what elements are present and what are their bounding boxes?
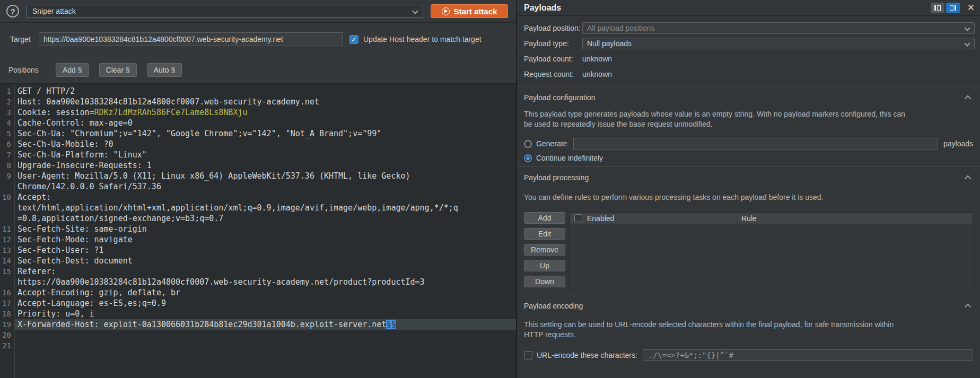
payload-processing-header: Payload processing — [524, 173, 973, 182]
line-number: 4 — [0, 118, 14, 128]
enabled-all-checkbox[interactable] — [574, 214, 582, 222]
payload-marker: §§ — [386, 320, 396, 329]
remove-rule-button[interactable]: Remove — [524, 244, 565, 256]
collapse-chevron-icon[interactable] — [965, 303, 972, 310]
request-line[interactable]: 15Referer: — [0, 266, 516, 277]
request-line[interactable]: 17Accept-Language: es-ES,es;q=0.9 — [0, 298, 516, 309]
processing-body: AddEditRemoveUpDown Enabled Rule — [524, 212, 973, 289]
processing-buttons: AddEditRemoveUpDown — [524, 212, 565, 287]
line-text: Host: 0aa900e10383284c81b12a4800cf0007.w… — [14, 96, 516, 107]
request-line[interactable]: 9User-Agent: Mozilla/5.0 (X11; Linux x86… — [0, 171, 516, 181]
collapse-chevron-icon[interactable] — [965, 95, 972, 102]
split-right-toggle-icon[interactable] — [946, 3, 960, 13]
line-number — [0, 213, 14, 224]
payload-configuration-description: This payload type generates payloads who… — [524, 109, 973, 129]
move-down-button[interactable]: Down — [524, 276, 565, 287]
line-text: Accept-Language: es-ES,es;q=0.9 — [14, 298, 516, 309]
request-line[interactable]: 4Cache-Control: max-age=0 — [0, 118, 516, 128]
auto-marker-button[interactable]: Auto § — [147, 63, 182, 77]
payload-position-row: Payload position: All payload positions — [524, 20, 975, 36]
enabled-column-header: Enabled — [570, 213, 737, 224]
payload-position-label: Payload position: — [524, 24, 582, 32]
move-up-button[interactable]: Up — [524, 260, 565, 271]
line-text: User-Agent: Mozilla/5.0 (X11; Linux x86_… — [14, 171, 516, 181]
line-number: 17 — [0, 298, 14, 309]
request-line[interactable]: 8Upgrade-Insecure-Requests: 1 — [0, 160, 516, 171]
split-left-toggle-icon[interactable] — [931, 3, 944, 13]
payload-type-row: Payload type: Null payloads — [524, 36, 975, 51]
target-url-input[interactable]: https://0aa900e10383284c81b12a4800cf0007… — [39, 32, 343, 46]
request-line[interactable]: 3Cookie: session=RDKz7LdMzRAh586FCe7Lame… — [0, 107, 516, 118]
request-line[interactable]: 1GET / HTTP/2 — [0, 86, 516, 96]
start-attack-button[interactable]: Start attack — [431, 4, 508, 18]
line-number: 7 — [0, 150, 14, 160]
update-host-label: Update Host header to match target — [363, 35, 482, 43]
request-line[interactable]: 12Sec-Fetch-Mode: navigate — [0, 234, 516, 245]
text-segment: X-Forwarded-Host: exploit-0a130066031b28… — [18, 320, 386, 329]
add-marker-button[interactable]: Add § — [56, 63, 89, 77]
target-url-value: https://0aa900e10383284c81b12a4800cf0007… — [43, 35, 283, 43]
payload-encoding-header: Payload encoding — [524, 302, 973, 310]
request-editor[interactable]: 1GET / HTTP/22Host: 0aa900e10383284c81b1… — [0, 84, 516, 378]
edit-rule-button[interactable]: Edit — [524, 228, 565, 240]
help-icon[interactable]: ? — [6, 5, 19, 17]
attack-type-select[interactable]: Sniper attack — [27, 5, 423, 17]
payload-configuration-title: Payload configuration — [524, 93, 596, 102]
request-line[interactable]: https://0aa900e10383284c81b12a4800cf0007… — [0, 277, 516, 287]
collapse-chevron-icon[interactable] — [965, 175, 972, 182]
add-rule-button[interactable]: Add — [524, 212, 565, 224]
line-number: 15 — [0, 266, 14, 277]
payload-type-select[interactable]: Null payloads — [582, 38, 975, 49]
request-line[interactable]: 21 — [0, 340, 516, 351]
continue-indefinitely-radio[interactable] — [524, 154, 532, 162]
request-line[interactable]: Chrome/142.0.0.0 Safari/537.36 — [0, 181, 516, 192]
line-text: =0.8,application/signed-exchange;v=b3;q=… — [14, 213, 516, 224]
line-number: 20 — [0, 330, 14, 340]
url-encode-checkbox[interactable] — [524, 351, 532, 359]
line-text: Sec-Fetch-Mode: navigate — [14, 234, 516, 245]
rules-table-header: Enabled Rule — [570, 213, 973, 224]
line-number: 5 — [0, 128, 14, 139]
line-text — [14, 340, 516, 351]
line-number: 8 — [0, 160, 14, 171]
request-line[interactable]: 2Host: 0aa900e10383284c81b12a4800cf0007.… — [0, 96, 516, 107]
request-line[interactable]: 20 — [0, 330, 516, 340]
url-encode-characters-input[interactable]: ./\=<>?+&*;:"{}|^`# — [643, 349, 973, 361]
positions-toolbar: Positions Add § Clear § Auto § — [0, 56, 516, 84]
request-line[interactable]: 10Accept: — [0, 192, 516, 203]
update-host-checkbox[interactable]: ✓ — [349, 35, 358, 44]
close-icon[interactable]: ✕ — [967, 3, 975, 12]
text-segment: Cache-Control: max-age=0 — [18, 118, 133, 128]
text-segment: Accept: — [18, 192, 51, 202]
request-line[interactable]: 11Sec-Fetch-Site: same-origin — [0, 224, 516, 234]
rules-table-body[interactable] — [570, 224, 973, 289]
payload-position-select[interactable]: All payload positions — [582, 22, 975, 34]
pane-glyph — [950, 5, 953, 11]
chevron-down-icon — [412, 8, 418, 14]
line-text: Sec-Ch-Ua: "Chromium";v="142", "Google C… — [14, 128, 516, 139]
request-line[interactable]: 13Sec-Fetch-User: ?1 — [0, 245, 516, 256]
text-segment: =0.8,application/signed-exchange;v=b3;q=… — [18, 214, 223, 223]
request-line[interactable]: 7Sec-Ch-Ua-Platform: "Linux" — [0, 150, 516, 160]
clear-marker-button[interactable]: Clear § — [99, 63, 137, 77]
request-count-value: unknown — [582, 70, 612, 78]
request-line[interactable]: 18Priority: u=0, i — [0, 309, 516, 319]
generate-radio[interactable] — [524, 140, 532, 148]
generate-count-input[interactable] — [573, 138, 938, 150]
line-number: 11 — [0, 224, 14, 234]
request-line[interactable]: text/html,application/xhtml+xml,applicat… — [0, 203, 516, 213]
line-text: Accept-Encoding: gzip, deflate, br — [14, 287, 516, 298]
request-line[interactable]: 19X-Forwarded-Host: exploit-0a130066031b… — [0, 319, 516, 330]
continue-row: Continue indefinitely — [524, 154, 973, 162]
request-line[interactable]: 5Sec-Ch-Ua: "Chromium";v="142", "Google … — [0, 128, 516, 139]
text-segment: Sec-Ch-Ua: "Chromium";v="142", "Google C… — [18, 129, 381, 138]
line-number — [0, 203, 14, 213]
request-line[interactable]: 16Accept-Encoding: gzip, deflate, br — [0, 287, 516, 298]
line-text: X-Forwarded-Host: exploit-0a130066031b28… — [14, 319, 516, 330]
payloads-title: Payloads — [524, 3, 561, 13]
request-line[interactable]: =0.8,application/signed-exchange;v=b3;q=… — [0, 213, 516, 224]
request-line[interactable]: 14Sec-Fetch-Dest: document — [0, 256, 516, 266]
request-line[interactable]: 6Sec-Ch-Ua-Mobile: ?0 — [0, 139, 516, 150]
enabled-header-label: Enabled — [587, 214, 614, 223]
line-text: Referer: — [14, 266, 516, 277]
